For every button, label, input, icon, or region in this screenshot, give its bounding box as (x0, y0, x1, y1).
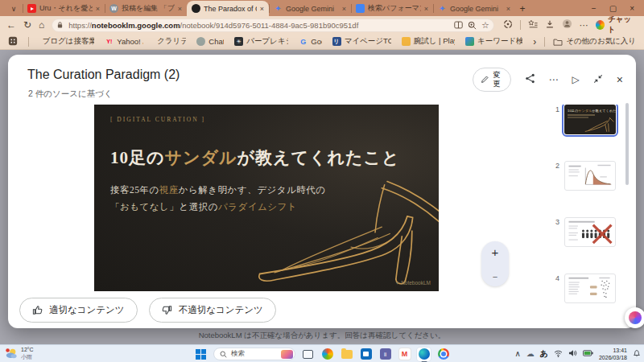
file-explorer-icon[interactable] (340, 348, 353, 361)
close-icon[interactable]: × (424, 5, 428, 13)
ime-mode-indicator[interactable]: あ (540, 348, 548, 360)
browser-tab-gemini-1[interactable]: ✦ Google Gemini × (269, 1, 351, 16)
slide-canvas: [ DIGITAL CURATION ] 10足のサンダルが教えてくれたこと 接… (94, 105, 439, 291)
lock-icon[interactable] (56, 21, 64, 29)
apps-launcher-icon[interactable] (8, 36, 18, 47)
back-button[interactable]: ← (6, 20, 16, 30)
downloads-icon[interactable] (545, 18, 555, 32)
bookmark-google[interactable]: G Google (299, 37, 321, 46)
bookmark-label: キーワード検索 - 821... (477, 36, 522, 47)
extension-icon[interactable] (503, 18, 513, 32)
slide-subtitle-part: と選択の (179, 202, 218, 212)
thumbnail-slide-3-crossed-out[interactable] (564, 217, 616, 247)
system-tray: ∧ ☁ あ 13:41 2026/03/18 (514, 345, 641, 362)
tab-search-icon[interactable]: ∨ (5, 2, 23, 16)
divider (544, 37, 545, 47)
favorite-star-icon[interactable]: ☆ (481, 20, 489, 31)
collapse-icon[interactable] (593, 72, 603, 87)
browser-tab-edit-post[interactable]: W 投稿を編集 「ブログをの… × (105, 1, 187, 16)
bookmark-mypage[interactable]: リ マイページTOP | リベ... (332, 36, 391, 47)
tab-title: The Paradox of Choice in (204, 5, 257, 13)
onedrive-cloud-icon[interactable]: ☁ (526, 350, 535, 358)
chatgpt-favicon (196, 37, 205, 46)
taskbar-clock[interactable]: 13:41 2026/03/18 (599, 347, 627, 361)
tab-title: Uru・それを愛と呼ぶなら」 (39, 3, 93, 14)
split-screen-icon[interactable] (454, 21, 463, 29)
gold-sandal-illustration (250, 167, 439, 291)
share-icon[interactable] (525, 72, 535, 87)
thumbnail-scrollbar[interactable] (625, 103, 629, 185)
edit-button[interactable]: 変更 (473, 68, 511, 92)
bookmark-blog-folder[interactable]: ブログは接客業の参... (39, 36, 95, 47)
bookmark-playgram[interactable]: 腕試し | Playgram T... (402, 36, 455, 47)
thumbnail-slide-1-selected[interactable]: 10足のサンダルが教えてくれたこと (564, 105, 616, 134)
close-icon[interactable]: × (178, 5, 182, 13)
home-button[interactable]: ⌂ (39, 20, 44, 30)
close-icon[interactable]: × (96, 5, 100, 13)
dialog-title: The Curation Paradigm (2) (27, 68, 180, 82)
hidden-icons-chevron[interactable]: ∧ (514, 350, 520, 358)
zoom-out-button[interactable]: − (493, 273, 497, 282)
yahoo-favicon: Y! (105, 37, 114, 46)
wordpress-favicon: W (109, 4, 118, 13)
bookmark-keyword-search[interactable]: キーワード検索 - 821... (465, 36, 522, 47)
gmail-icon[interactable]: M (398, 348, 411, 361)
maximize-button[interactable]: ▢ (609, 4, 617, 13)
bookmark-chatgpt[interactable]: ChatGPT (196, 37, 224, 46)
profile-avatar[interactable] (562, 18, 572, 32)
dialog-close-icon[interactable]: × (617, 74, 623, 85)
thumbnail-row: 2 (552, 161, 636, 191)
browser-tab-search-performance[interactable]: 検索パフォーマンス × (351, 1, 433, 16)
notification-bell-icon[interactable] (633, 349, 641, 359)
copilot-chat-button[interactable]: チャット (596, 14, 638, 35)
good-content-button[interactable]: 適切なコンテンツ (19, 298, 138, 323)
browser-tab-notebooklm-active[interactable]: The Paradox of Choice in × (187, 1, 269, 16)
settings-more-icon[interactable]: ⋯ (580, 20, 588, 31)
bookmarks-overflow-chevron[interactable]: › (533, 36, 536, 47)
volume-icon[interactable] (568, 349, 577, 359)
bookmark-yahoo-japan[interactable]: Y! Yahoo! JAPAN (105, 37, 143, 46)
zoom-page-icon[interactable] (468, 21, 477, 30)
close-icon[interactable]: × (260, 5, 264, 13)
slide-thumbnail-panel: 1 10足のサンダルが教えてくれたこと (552, 105, 636, 306)
minimize-button[interactable]: − (592, 4, 597, 13)
url-text[interactable]: https://notebooklm.google.com/notebook/9… (68, 21, 449, 30)
start-button[interactable] (194, 348, 208, 361)
copilot-taskbar-icon[interactable] (320, 348, 334, 361)
bookmark-label: ChatGPT (208, 37, 224, 46)
other-favorites-folder[interactable]: その他のお気に入り (553, 36, 636, 47)
close-icon[interactable]: × (506, 5, 510, 13)
wifi-icon[interactable] (554, 350, 563, 359)
thumbnail-slide-4-scatter[interactable] (564, 274, 616, 303)
screen: ∨ Uru・それを愛と呼ぶなら」 × W 投稿を編集 「ブログをの… × The… (0, 0, 644, 362)
copilot-chat-label: チャット (608, 14, 638, 35)
close-icon[interactable]: × (342, 5, 346, 13)
zoom-in-button[interactable]: + (492, 246, 499, 258)
extension-floating-button[interactable] (625, 307, 644, 328)
mypage-favicon: リ (332, 37, 341, 46)
bookmark-perplexity[interactable]: ✳ パープレキシティ(AI) (234, 36, 288, 47)
window-close-button[interactable]: × (630, 4, 634, 13)
google-ads-favicon (465, 37, 474, 46)
task-view-icon[interactable] (301, 348, 315, 361)
feedback-buttons: 適切なコンテンツ 不適切なコンテンツ (19, 298, 276, 323)
teams-icon[interactable]: ii (378, 348, 392, 361)
slide-subtitle-part: 接客25年の (110, 185, 159, 195)
chrome-icon[interactable] (436, 348, 450, 361)
taskbar-weather-widget[interactable]: 12°C 小雨 (5, 347, 34, 361)
taskbar-search-box[interactable]: 検索 (213, 348, 295, 360)
thumbnail-slide-2-chart[interactable] (564, 161, 616, 191)
browser-tab-youtube[interactable]: Uru・それを愛と呼ぶなら」 × (23, 1, 105, 16)
slide-kicker: [ DIGITAL CURATION ] (110, 116, 205, 123)
more-options-icon[interactable]: ⋯ (549, 75, 559, 84)
address-bar[interactable]: https://notebooklm.google.com/notebook/9… (52, 19, 493, 32)
battery-icon[interactable] (583, 350, 593, 358)
edge-icon-active[interactable] (417, 348, 431, 361)
bookmark-clarity-folder[interactable]: クラリティ (154, 36, 186, 47)
mini-title-part: 10足の (568, 109, 578, 113)
microsoft-store-icon[interactable] (359, 348, 373, 361)
bad-content-button[interactable]: 不適切なコンテンツ (149, 298, 276, 323)
refresh-button[interactable]: ↻ (23, 20, 31, 30)
play-icon[interactable]: ▷ (572, 75, 580, 84)
favorites-bar-icon[interactable] (528, 18, 538, 32)
